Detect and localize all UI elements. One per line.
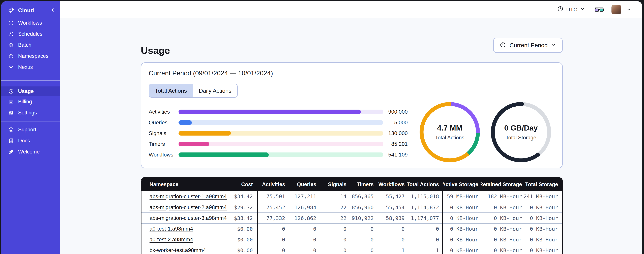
retained-storage-value: 0 KB-Hour <box>494 215 522 221</box>
workflows-cell: 0 <box>376 223 407 234</box>
header-cost: Cost <box>232 178 257 191</box>
signals-value: 0 <box>343 247 346 253</box>
period-selector-button[interactable]: Current Period <box>493 38 563 53</box>
queries-cell: 0 <box>288 223 319 234</box>
timers-cell: 0 <box>349 223 376 234</box>
namespace-link[interactable]: abs-migration-cluster-1.a98mm4 <box>150 193 227 200</box>
cost-value: $29.32 <box>234 204 253 210</box>
namespace-link[interactable]: bk-worker-test.a98mm4 <box>150 247 206 253</box>
namespace-cell: a0-test-2.a98mm4 <box>142 234 232 244</box>
sidebar-item-support[interactable]: Support <box>1 124 60 135</box>
page-title: Usage <box>141 45 170 56</box>
sidebar-item-billing[interactable]: Billing <box>1 96 60 107</box>
active-storage-cell: 0 KB-Hour <box>443 212 480 223</box>
column-divider <box>257 212 258 223</box>
bar-label: Timers <box>149 141 178 147</box>
header-workflows: Workflows <box>376 178 407 191</box>
signals-value: 22 <box>340 204 346 210</box>
active-storage-cell: 0 KB-Hour <box>443 244 480 254</box>
workflows-cell: 58,939 <box>376 212 407 223</box>
usage-bar-row: Signals130,000 <box>149 128 408 138</box>
table-row: a0-test-2.a98mm4$0.000000000 KB-Hour0 KB… <box>142 234 562 244</box>
signals-cell: 0 <box>319 223 349 234</box>
signals-cell: 22 <box>319 202 349 212</box>
column-divider <box>442 191 443 202</box>
namespace-cell: a0-test-1.a98mm4 <box>142 223 232 234</box>
timezone-selector[interactable]: UTC <box>557 6 585 14</box>
total-storage-cell: 0 KB-Hour <box>524 202 562 212</box>
retained-storage-value: 182 MB-Hour <box>488 193 522 200</box>
credit-card-icon <box>8 99 14 105</box>
sidebar-item-docs[interactable]: Docs <box>1 135 60 146</box>
activities-value: 0 <box>282 236 285 242</box>
bar-value: 900,000 <box>383 109 408 115</box>
tab-total-actions[interactable]: Total Actions <box>149 84 192 97</box>
bar-track <box>178 131 383 136</box>
queries-cell: 126,984 <box>288 202 319 212</box>
total-actions-value: 0 <box>436 236 439 242</box>
total-actions-cell: 1,114,872 <box>407 202 442 212</box>
sidebar-item-usage[interactable]: Usage <box>1 86 60 96</box>
sidebar-item-workflows[interactable]: Workflows <box>1 18 60 28</box>
sidebar-collapse-icon[interactable] <box>50 8 55 13</box>
activities-value: 75,452 <box>266 204 285 210</box>
signals-value: 0 <box>343 226 346 232</box>
column-divider <box>257 202 258 212</box>
sidebar-item-label: Welcome <box>18 149 40 155</box>
total-actions-cell: 1,115,018 <box>407 191 442 202</box>
cost-cell: $38.42 <box>232 212 257 223</box>
timers-cell: 0 <box>349 234 376 244</box>
total-storage-cell: 0 KB-Hour <box>524 244 562 254</box>
retained-storage-cell: 0 KB-Hour <box>480 223 524 234</box>
timezone-label: UTC <box>566 6 577 13</box>
sidebar-item-schedules[interactable]: Schedules <box>1 28 60 40</box>
sidebar-nav-account: Usage Billing <box>1 86 60 118</box>
active-storage-value: 0 KB-Hour <box>450 247 478 253</box>
retained-storage-value: 0 KB-Hour <box>494 226 522 232</box>
namespace-link[interactable]: abs-migration-cluster-2.a98mm4 <box>150 204 227 210</box>
activities-cell: 0 <box>258 223 288 234</box>
workflows-value: 55,454 <box>386 204 405 210</box>
sidebar-item-label: Usage <box>18 88 34 94</box>
column-divider <box>257 244 258 254</box>
total-storage-value: 241 MB-Hour <box>524 193 558 200</box>
sidebar-item-namespaces[interactable]: Namespaces <box>1 50 60 62</box>
usage-bar-row: Queries5,000 <box>149 117 408 128</box>
sidebar-item-settings[interactable]: Settings <box>1 107 60 118</box>
bar-fill <box>178 131 231 136</box>
bar-fill <box>178 110 361 114</box>
namespaces-icon <box>8 53 14 59</box>
sidebar-item-welcome[interactable]: Welcome <box>1 146 60 157</box>
workflows-icon <box>8 20 14 26</box>
queries-value: 126,984 <box>294 204 316 210</box>
labs-glasses-icon[interactable] <box>594 6 604 13</box>
total-actions-cell: 0 <box>407 223 442 234</box>
workflows-cell: 55,427 <box>376 191 407 202</box>
card-title: Current Period (09/01/2024 — 10/01/2024) <box>149 70 273 77</box>
retained-storage-cell: 0 KB-Hour <box>480 202 524 212</box>
total-storage-value: 0 KB-Hour <box>530 204 558 210</box>
signals-cell: 0 <box>319 234 349 244</box>
column-divider <box>442 244 443 254</box>
table-row: abs-migration-cluster-2.a98mm4$29.3275,4… <box>142 202 562 212</box>
bar-label: Queries <box>149 120 178 126</box>
table-row: a0-test-1.a98mm4$0.000000000 KB-Hour0 KB… <box>142 223 562 234</box>
total-actions-value: 0 <box>436 226 439 232</box>
namespace-link[interactable]: abs-migration-cluster-3.a98mm4 <box>150 215 227 221</box>
namespace-link[interactable]: a0-test-2.a98mm4 <box>150 236 193 242</box>
activities-cell: 75,501 <box>258 191 288 202</box>
cost-value: $34.42 <box>234 193 253 200</box>
column-divider <box>257 191 258 202</box>
account-menu-chevron-icon[interactable] <box>626 7 632 12</box>
sidebar-item-nexus[interactable]: Nexus <box>1 62 60 73</box>
rocket-icon <box>8 149 14 155</box>
tab-daily-actions[interactable]: Daily Actions <box>192 84 237 97</box>
timers-value: 0 <box>370 226 374 232</box>
namespace-usage-table: NamespaceCostActivitiesQueriesSignalsTim… <box>141 177 563 254</box>
user-avatar[interactable] <box>612 5 621 14</box>
namespace-link[interactable]: a0-test-1.a98mm4 <box>150 226 193 232</box>
total-storage-cell: 0 KB-Hour <box>524 212 562 223</box>
bar-track <box>178 152 383 157</box>
timers-cell: 0 <box>349 244 376 254</box>
sidebar-item-batch[interactable]: Batch <box>1 40 60 50</box>
